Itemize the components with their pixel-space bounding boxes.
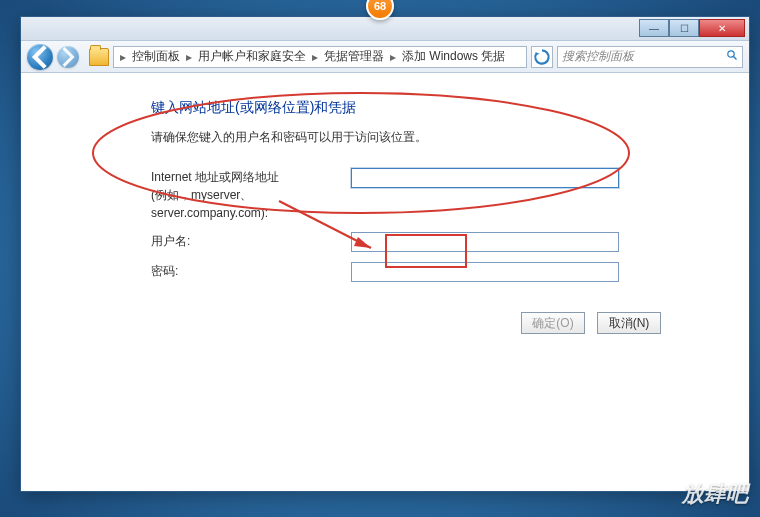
nav-back-button[interactable] — [27, 44, 53, 70]
refresh-button[interactable] — [531, 46, 553, 68]
maximize-button[interactable]: ☐ — [669, 19, 699, 37]
folder-icon — [89, 48, 109, 66]
password-input[interactable] — [351, 262, 619, 282]
chevron-right-icon: ▸ — [310, 50, 320, 64]
nav-forward-button[interactable] — [57, 46, 79, 68]
password-label: 密码: — [151, 262, 351, 280]
search-input[interactable]: 搜索控制面板 — [557, 46, 743, 68]
page-heading: 键入网站地址(或网络位置)和凭据 — [151, 99, 749, 117]
window-buttons: — ☐ ✕ — [639, 19, 745, 37]
chevron-right-icon: ▸ — [388, 50, 398, 64]
button-row: 确定(O) 取消(N) — [521, 312, 749, 334]
crumb-1[interactable]: 用户帐户和家庭安全 — [194, 48, 310, 65]
username-input[interactable] — [351, 232, 619, 252]
window: — ☐ ✕ ▸ 控制面板 ▸ 用户帐户和家庭安全 ▸ 凭据管理器 ▸ 添加 Wi… — [20, 16, 750, 492]
navbar: ▸ 控制面板 ▸ 用户帐户和家庭安全 ▸ 凭据管理器 ▸ 添加 Windows … — [21, 41, 749, 73]
titlebar: — ☐ ✕ — [21, 17, 749, 41]
cancel-button[interactable]: 取消(N) — [597, 312, 661, 334]
address-label-line1: Internet 地址或网络地址 — [151, 168, 343, 186]
crumb-2[interactable]: 凭据管理器 — [320, 48, 388, 65]
minimize-button[interactable]: — — [639, 19, 669, 37]
username-label: 用户名: — [151, 232, 351, 250]
breadcrumb[interactable]: ▸ 控制面板 ▸ 用户帐户和家庭安全 ▸ 凭据管理器 ▸ 添加 Windows … — [113, 46, 527, 68]
password-row: 密码: — [151, 262, 749, 282]
page-subtext: 请确保您键入的用户名和密码可以用于访问该位置。 — [151, 129, 749, 146]
address-label-line2: (例如，myserver、server.company.com): — [151, 186, 343, 222]
username-row: 用户名: — [151, 232, 749, 252]
svg-point-0 — [728, 51, 734, 57]
address-input[interactable] — [351, 168, 619, 188]
address-label: Internet 地址或网络地址 (例如，myserver、server.com… — [151, 168, 351, 222]
address-row: Internet 地址或网络地址 (例如，myserver、server.com… — [151, 168, 749, 222]
chevron-right-icon: ▸ — [118, 50, 128, 64]
crumb-0[interactable]: 控制面板 — [128, 48, 184, 65]
close-button[interactable]: ✕ — [699, 19, 745, 37]
crumb-3[interactable]: 添加 Windows 凭据 — [398, 48, 509, 65]
content-area: 键入网站地址(或网络位置)和凭据 请确保您键入的用户名和密码可以用于访问该位置。… — [21, 73, 749, 491]
search-placeholder: 搜索控制面板 — [562, 48, 634, 65]
ok-button[interactable]: 确定(O) — [521, 312, 585, 334]
chevron-right-icon: ▸ — [184, 50, 194, 64]
search-icon — [726, 49, 738, 64]
svg-line-1 — [734, 57, 737, 60]
